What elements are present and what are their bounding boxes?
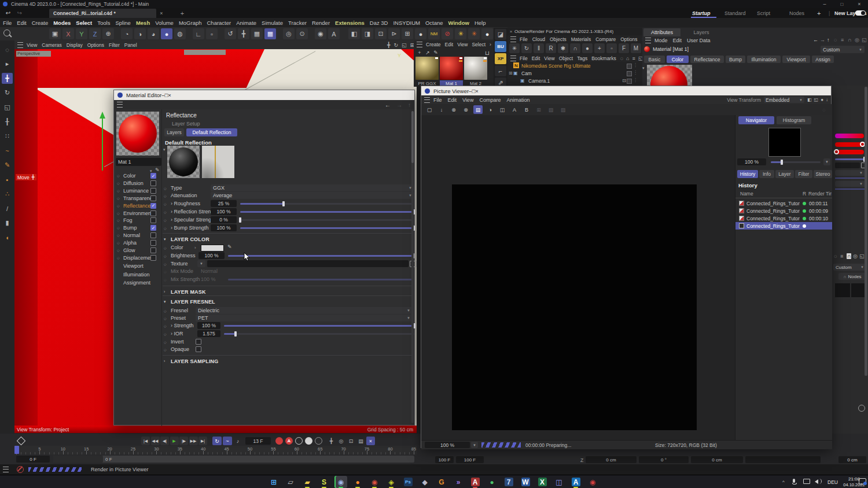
- orbit-view-icon[interactable]: ↻: [393, 42, 398, 48]
- plugin-xp-icon[interactable]: XP: [495, 53, 506, 64]
- kernel-settings-icon[interactable]: ✱: [558, 43, 568, 53]
- menu-edit[interactable]: Edit: [17, 20, 26, 26]
- color-swatch[interactable]: [201, 245, 224, 252]
- menu-volume[interactable]: Volume: [155, 20, 174, 26]
- end-frame-field-1[interactable]: 100 F: [435, 456, 454, 463]
- rc-lock-icon[interactable]: ∩: [847, 253, 851, 259]
- render-view-icon[interactable]: ⊡: [375, 28, 387, 39]
- param-value-field[interactable]: 1.575: [197, 330, 220, 337]
- play-icon[interactable]: ▶: [170, 437, 179, 445]
- marker-icon[interactable]: ⊡: [347, 437, 355, 445]
- compare-icon[interactable]: ◑: [486, 105, 495, 114]
- param-dropdown[interactable]: PET▼: [196, 315, 413, 321]
- layout-tab-standard[interactable]: Standard: [724, 10, 746, 16]
- new-layouts-button[interactable]: |: [829, 10, 830, 16]
- chrome[interactable]: ◉: [368, 476, 381, 488]
- vertical-scrollbar[interactable]: [865, 87, 867, 376]
- param-slider[interactable]: [240, 227, 414, 229]
- close-tab-icon[interactable]: ×: [157, 8, 165, 18]
- viewport-menu-cameras[interactable]: Cameras: [42, 42, 61, 48]
- fold2-icon[interactable]: ▨: [558, 105, 568, 114]
- region-render-icon[interactable]: R: [546, 43, 556, 53]
- eyedropper-icon[interactable]: ✎: [432, 49, 439, 56]
- axis-y-lock-icon[interactable]: Y: [76, 28, 87, 39]
- menu-octane[interactable]: Octane: [425, 20, 443, 26]
- mat-tab-assign[interactable]: Assign: [812, 56, 834, 63]
- stop-render-icon[interactable]: [17, 466, 24, 473]
- xnview[interactable]: ◈: [385, 476, 398, 488]
- model-mode-icon[interactable]: ●: [161, 28, 172, 39]
- param-checkbox[interactable]: [196, 339, 201, 345]
- object-row-cam[interactable]: ⊞▣Cam⋮: [507, 69, 642, 77]
- mat-tab-color[interactable]: Color: [667, 56, 689, 63]
- octane-logo-icon[interactable]: ✳: [509, 43, 520, 53]
- object-row-nikomedias-scene-rig-ultimate[interactable]: NNikomedias Scene Rig Ultimate⋮: [507, 62, 642, 69]
- material-ball-icon[interactable]: ●: [415, 28, 426, 39]
- undo-icon[interactable]: ↩: [3, 8, 13, 18]
- param-value-field[interactable]: 100 %: [211, 224, 237, 231]
- save-image-icon[interactable]: ↓: [437, 105, 446, 114]
- circle-icon[interactable]: [858, 405, 865, 412]
- view-transform-dropdown[interactable]: Embedded▼: [764, 97, 804, 103]
- delete-image-icon[interactable]: ⊗: [449, 105, 458, 114]
- viewport-menu-display[interactable]: Display: [67, 42, 83, 48]
- spline-dots-icon[interactable]: ∴: [2, 188, 13, 199]
- cinema-4d[interactable]: ◉: [334, 476, 347, 488]
- rc-popup-icon[interactable]: ◱: [859, 253, 865, 259]
- octane-menu-options[interactable]: Options: [620, 36, 637, 42]
- range-start-field[interactable]: 0 F: [16, 456, 50, 463]
- thumb-slot-1[interactable]: [835, 283, 850, 297]
- viewport-menu-view[interactable]: View: [27, 42, 37, 48]
- goto-start-icon[interactable]: |◀: [141, 437, 150, 445]
- param-row-mix-mode[interactable]: ◇Mix ModeNormal: [163, 268, 414, 275]
- no-entry-icon[interactable]: ⊘: [442, 28, 453, 39]
- pv-close-button[interactable]: ×: [475, 88, 479, 94]
- axis-x-lock-icon[interactable]: X: [62, 28, 74, 39]
- eyedropper-icon[interactable]: ✎: [227, 244, 232, 250]
- pv-panel-tab-layer[interactable]: Layer: [775, 170, 794, 178]
- perspective-label[interactable]: Perspective: [16, 51, 51, 57]
- attr-menu-user-data[interactable]: User Data: [687, 38, 711, 43]
- end-frame-field-2[interactable]: 100 F: [456, 456, 484, 463]
- picture-viewer-titlebar[interactable]: Picture Viewer – □ ×: [421, 86, 831, 96]
- param-row-attenuation[interactable]: ◇AttenuationAverage▼: [163, 192, 414, 199]
- document-tab[interactable]: Connected_Ri...torial.c4d *: [49, 9, 156, 18]
- object-enable-toggle[interactable]: [627, 71, 632, 76]
- octane-menu-icon[interactable]: [510, 36, 516, 42]
- param-value-field[interactable]: 100 %: [211, 208, 237, 215]
- material-thumb-mat-1[interactable]: [440, 57, 463, 80]
- param-row-color[interactable]: ◇Color›✎: [163, 244, 414, 252]
- access[interactable]: A: [469, 476, 481, 488]
- swap-ab-icon[interactable]: ◫: [498, 105, 507, 114]
- word[interactable]: W: [519, 476, 532, 488]
- param-row-mix-strength[interactable]: ◇Mix Strength100 %: [163, 276, 414, 283]
- coord-field-0[interactable]: 0 cm: [586, 456, 637, 463]
- keyframe-gear-icon[interactable]: ◎: [337, 437, 345, 445]
- pause-render-icon[interactable]: ‖: [534, 43, 544, 53]
- coord-system-icon[interactable]: ⊕: [102, 28, 114, 39]
- autokey-icon[interactable]: A: [285, 437, 293, 445]
- red-slider-1[interactable]: [835, 142, 864, 147]
- prev-key-icon[interactable]: ◀◀: [151, 437, 160, 445]
- param-row-invert[interactable]: ◇Invert: [163, 338, 414, 346]
- keyframe-selection-icon[interactable]: ╋: [327, 437, 336, 445]
- render-tag-icon[interactable]: ⊡: [622, 78, 626, 83]
- trash-icon[interactable]: ⊔: [484, 49, 491, 56]
- pv-menu-compare[interactable]: Compare: [479, 97, 501, 103]
- layout-tab-script[interactable]: Script: [757, 10, 770, 16]
- menu-mesh[interactable]: Mesh: [136, 20, 150, 26]
- attr-search-icon[interactable]: ◌: [834, 37, 837, 43]
- nav-zoom-field[interactable]: 100 %: [737, 158, 766, 165]
- param-row-type[interactable]: ◇TypeGGX▼: [163, 184, 414, 192]
- spline-pen-icon[interactable]: ✎: [2, 160, 13, 171]
- goto-end-icon[interactable]: ▶|: [198, 437, 207, 445]
- next-frame-icon[interactable]: |▶: [179, 437, 188, 445]
- move-tool-icon[interactable]: ╋: [2, 73, 13, 84]
- spline-arc-icon[interactable]: ◖: [2, 232, 13, 243]
- menu-daz-3d[interactable]: Daz 3D: [370, 20, 388, 26]
- menu-window[interactable]: Window: [448, 20, 469, 26]
- sphere-icon[interactable]: ●: [481, 28, 493, 39]
- sound-icon[interactable]: ♪: [233, 437, 242, 445]
- param-dropdown[interactable]: Dielectric▼: [196, 307, 413, 314]
- attr-back-icon[interactable]: ←: [813, 37, 818, 43]
